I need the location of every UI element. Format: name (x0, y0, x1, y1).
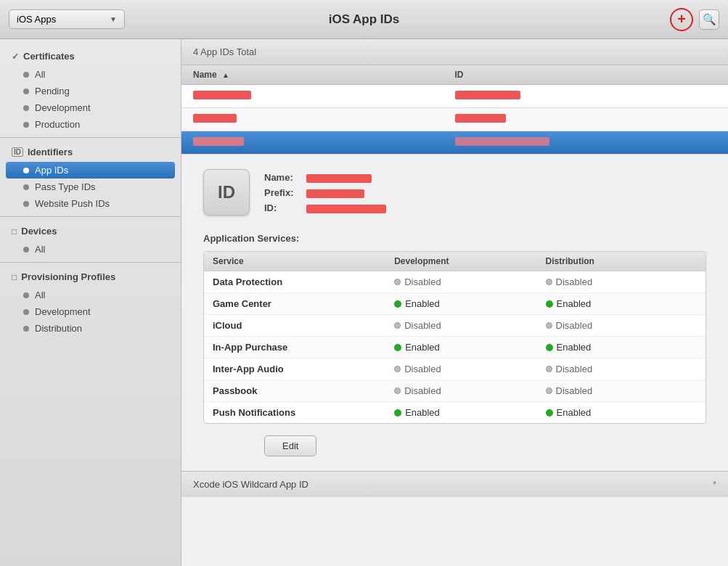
sidebar-section-label-devices: Devices (21, 226, 57, 237)
redacted-id (455, 137, 549, 146)
sort-arrow-icon: ▲ (222, 71, 229, 79)
service-dev-status: Enabled (394, 298, 545, 309)
service-dist-status: Enabled (546, 342, 697, 353)
dist-status-label: Enabled (557, 298, 592, 309)
edit-button[interactable]: Edit (264, 435, 316, 456)
cell-id (455, 114, 717, 125)
sidebar-section-devices[interactable]: □ Devices (0, 221, 181, 241)
sidebar-item-label: All (35, 244, 45, 255)
disabled-dot-icon (394, 387, 401, 394)
top-bar-actions: + 🔍 (670, 8, 719, 31)
dist-status-label: Disabled (556, 385, 593, 396)
certificates-icon: ✓ (12, 52, 19, 62)
name-label: Name: (264, 172, 300, 183)
sidebar-item-website-push-ids[interactable]: Website Push IDs (0, 195, 181, 212)
sidebar-item-all-devices[interactable]: All (0, 241, 181, 258)
service-dev-status: Disabled (394, 320, 545, 331)
sidebar-section-provisioning[interactable]: □ Provisioning Profiles (0, 267, 181, 287)
service-name: iCloud (213, 320, 394, 331)
sidebar-item-label: All (35, 290, 45, 300)
redacted-name (193, 91, 251, 99)
cell-id (455, 91, 717, 102)
service-rows-container: Data ProtectionDisabledDisabledGame Cent… (204, 271, 705, 423)
prefix-label: Prefix: (264, 187, 300, 198)
sidebar: ✓ Certificates All Pending Development P… (0, 39, 181, 566)
svc-col-dist-header: Distribution (546, 256, 697, 266)
sidebar-item-development-profiles[interactable]: Development (0, 303, 181, 320)
enabled-dot-icon (394, 344, 401, 351)
identifiers-icon: ID (12, 147, 23, 157)
sidebar-item-label: Distribution (35, 323, 82, 334)
dev-status-label: Disabled (404, 320, 441, 331)
add-button[interactable]: + (670, 8, 693, 31)
sidebar-item-distribution[interactable]: Distribution (0, 320, 181, 337)
sidebar-item-development-certs[interactable]: Development (0, 99, 181, 116)
top-bar-left: iOS Apps ▼ (9, 9, 125, 29)
dist-status-label: Enabled (557, 407, 592, 418)
detail-header: ID Name: Prefix: I (203, 169, 706, 216)
service-name: Passbook (213, 385, 394, 396)
detail-field-name: Name: (264, 172, 386, 183)
bullet-icon (23, 168, 29, 173)
sidebar-divider (0, 216, 181, 217)
service-dist-status: Enabled (546, 298, 697, 309)
dist-status-label: Enabled (557, 342, 592, 353)
service-row: Data ProtectionDisabledDisabled (204, 271, 705, 293)
table-row[interactable] (181, 85, 728, 108)
bullet-icon (23, 89, 29, 94)
table-row[interactable] (181, 108, 728, 131)
bullet-icon (23, 309, 29, 315)
bullet-icon (23, 201, 29, 207)
redacted-id (455, 114, 506, 123)
id-badge: ID (203, 169, 250, 216)
bullet-icon (23, 105, 29, 111)
redacted-value (306, 189, 364, 198)
detail-fields: Name: Prefix: ID: (264, 169, 386, 213)
service-row: Push NotificationsEnabledEnabled (204, 402, 705, 423)
svc-col-service-header: Service (213, 256, 394, 266)
sidebar-section-label-provisioning: Provisioning Profiles (21, 271, 115, 282)
service-row: In-App PurchaseEnabledEnabled (204, 337, 705, 358)
enabled-dot-icon (546, 409, 553, 417)
dev-status-label: Disabled (404, 276, 441, 287)
chevron-down-icon: ▼ (110, 15, 117, 23)
detail-field-prefix: Prefix: (264, 187, 386, 198)
table-row-selected[interactable] (181, 131, 728, 155)
service-dist-status: Enabled (546, 407, 697, 418)
table-total-bar: 4 App IDs Total (181, 39, 728, 65)
cell-id (455, 137, 717, 148)
sidebar-item-production[interactable]: Production (0, 116, 181, 133)
dev-status-label: Disabled (404, 385, 441, 396)
bullet-icon (23, 292, 29, 298)
disabled-dot-icon (546, 387, 552, 394)
sidebar-item-all-certs[interactable]: All (0, 66, 181, 83)
platform-dropdown[interactable]: iOS Apps ▼ (9, 9, 125, 29)
sidebar-section-label-identifiers: Identifiers (28, 147, 73, 157)
enabled-dot-icon (394, 409, 401, 417)
col-id-header: ID (455, 70, 717, 80)
col-name-header[interactable]: Name ▲ (193, 70, 455, 80)
sidebar-item-pass-type-ids[interactable]: Pass Type IDs (0, 179, 181, 195)
service-row: PassbookDisabledDisabled (204, 380, 705, 402)
content-area: 4 App IDs Total Name ▲ ID (181, 39, 728, 566)
search-button[interactable]: 🔍 (699, 9, 719, 30)
sidebar-item-app-ids[interactable]: App IDs (6, 162, 175, 179)
sidebar-section-certificates[interactable]: ✓ Certificates (0, 46, 181, 66)
detail-field-id: ID: (264, 202, 386, 213)
service-dev-status: Enabled (394, 342, 545, 353)
service-dev-status: Disabled (394, 364, 545, 374)
sidebar-item-all-profiles[interactable]: All (0, 287, 181, 303)
service-name: Push Notifications (213, 407, 394, 418)
services-table: Service Development Distribution Data Pr… (203, 251, 706, 424)
enabled-dot-icon (394, 300, 401, 308)
sidebar-section-identifiers[interactable]: ID Identifiers (0, 142, 181, 162)
prefix-value (306, 187, 364, 198)
sidebar-item-label: Website Push IDs (35, 198, 110, 209)
disabled-dot-icon (394, 322, 401, 329)
top-bar: iOS Apps ▼ iOS App IDs + 🔍 (0, 0, 728, 39)
service-dev-status: Enabled (394, 407, 545, 418)
sidebar-item-pending[interactable]: Pending (0, 83, 181, 99)
cell-name (193, 137, 455, 148)
sidebar-item-label: Pass Type IDs (35, 181, 96, 192)
wildcard-star: * (713, 480, 716, 490)
